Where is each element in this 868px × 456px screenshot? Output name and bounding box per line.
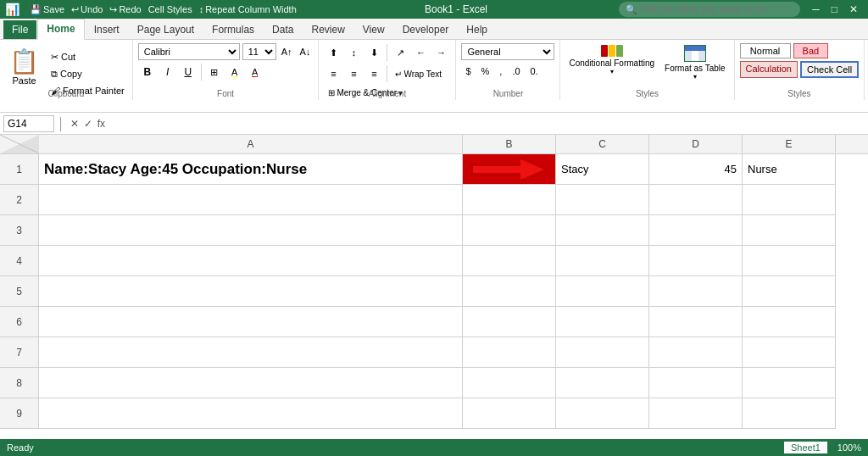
indent-decrease-button[interactable]: ← xyxy=(411,43,430,62)
align-bottom-button[interactable]: ⬇ xyxy=(364,43,383,62)
cell-d4[interactable] xyxy=(649,246,743,276)
accounting-format-button[interactable]: $ xyxy=(461,62,475,81)
font-name-select[interactable]: Calibri xyxy=(138,43,240,60)
borders-button[interactable]: ⊞ xyxy=(205,63,224,81)
maximize-button[interactable]: □ xyxy=(826,2,843,17)
style-calculation-button[interactable]: Calculation xyxy=(740,61,798,78)
tab-file[interactable]: File xyxy=(3,20,36,39)
row-header-5[interactable]: 5 xyxy=(0,276,39,307)
tab-formulas[interactable]: Formulas xyxy=(203,20,263,39)
wrap-text-button[interactable]: ↵ Wrap Text xyxy=(391,67,446,81)
underline-button[interactable]: U xyxy=(179,63,198,81)
style-check-cell-button[interactable]: Check Cell xyxy=(800,61,859,78)
cell-e4[interactable] xyxy=(743,246,836,276)
indent-increase-button[interactable]: → xyxy=(431,43,450,62)
cell-a4[interactable] xyxy=(39,246,463,276)
tab-help[interactable]: Help xyxy=(458,20,496,39)
cell-b4[interactable] xyxy=(463,246,556,276)
cell-c5[interactable] xyxy=(556,276,649,307)
cell-a3[interactable] xyxy=(39,215,463,246)
text-direction-button[interactable]: ↗ xyxy=(391,43,409,62)
col-header-b[interactable]: B xyxy=(463,135,556,153)
row-header-9[interactable]: 9 xyxy=(0,398,39,429)
tab-insert[interactable]: Insert xyxy=(86,20,128,39)
row-header-2[interactable]: 2 xyxy=(0,185,39,215)
number-format-select[interactable]: General xyxy=(461,43,554,60)
cell-e3[interactable] xyxy=(743,215,836,246)
font-size-select[interactable]: 11 xyxy=(242,43,276,60)
cell-d9[interactable] xyxy=(649,398,743,429)
style-bad-button[interactable]: Bad xyxy=(793,43,829,58)
cell-e6[interactable] xyxy=(743,307,836,337)
cell-c7[interactable] xyxy=(556,337,649,368)
cell-a2[interactable] xyxy=(39,185,463,215)
italic-button[interactable]: I xyxy=(159,63,177,81)
cell-a8[interactable] xyxy=(39,368,463,398)
align-middle-button[interactable]: ↕ xyxy=(344,43,363,62)
align-top-button[interactable]: ⬆ xyxy=(324,43,342,62)
cell-c6[interactable] xyxy=(556,307,649,337)
tab-page-layout[interactable]: Page Layout xyxy=(129,20,203,39)
col-header-a[interactable]: A xyxy=(39,135,463,153)
tell-me-search[interactable]: 🔍 xyxy=(619,2,800,17)
copy-button[interactable]: ⧉ Copy xyxy=(47,66,129,82)
cell-c8[interactable] xyxy=(556,368,649,398)
cell-d1[interactable]: 45 xyxy=(649,154,743,185)
col-header-e[interactable]: E xyxy=(743,135,836,153)
cell-b6[interactable] xyxy=(463,307,556,337)
cell-d5[interactable] xyxy=(649,276,743,307)
redo-button[interactable]: ↪ Redo xyxy=(106,3,144,17)
tab-developer[interactable]: Developer xyxy=(394,20,458,39)
cell-e2[interactable] xyxy=(743,185,836,215)
fill-color-button[interactable]: A xyxy=(225,63,244,81)
row-header-3[interactable]: 3 xyxy=(0,215,39,246)
formula-input[interactable] xyxy=(110,116,865,131)
row-header-1[interactable]: 1 xyxy=(0,154,39,185)
tab-review[interactable]: Review xyxy=(303,20,353,39)
cell-e1[interactable]: Nurse xyxy=(743,154,836,185)
increase-decimal-button[interactable]: 0. xyxy=(526,62,542,81)
close-button[interactable]: ✕ xyxy=(844,2,863,17)
cell-c4[interactable] xyxy=(556,246,649,276)
percent-button[interactable]: % xyxy=(477,62,494,81)
cell-d3[interactable] xyxy=(649,215,743,246)
style-normal-button[interactable]: Normal xyxy=(740,43,791,58)
row-header-6[interactable]: 6 xyxy=(0,307,39,337)
cell-e5[interactable] xyxy=(743,276,836,307)
cell-e9[interactable] xyxy=(743,398,836,429)
decrease-font-button[interactable]: A↓ xyxy=(298,45,314,58)
cell-c9[interactable] xyxy=(556,398,649,429)
cell-b3[interactable] xyxy=(463,215,556,246)
cell-a9[interactable] xyxy=(39,398,463,429)
cell-a7[interactable] xyxy=(39,337,463,368)
repeat-col-button[interactable]: ↕ Repeat Column Width xyxy=(196,3,300,16)
cell-a6[interactable] xyxy=(39,307,463,337)
cell-c2[interactable] xyxy=(556,185,649,215)
cell-b7[interactable] xyxy=(463,337,556,368)
cell-d8[interactable] xyxy=(649,368,743,398)
cell-b8[interactable] xyxy=(463,368,556,398)
cell-c1[interactable]: Stacy xyxy=(556,154,649,185)
sheet-tab[interactable]: Sheet1 xyxy=(784,442,827,453)
comma-button[interactable]: , xyxy=(495,62,506,81)
cancel-formula-button[interactable]: ✕ xyxy=(69,116,81,131)
cell-b5[interactable] xyxy=(463,276,556,307)
cell-b2[interactable] xyxy=(463,185,556,215)
col-header-d[interactable]: D xyxy=(649,135,743,153)
row-header-4[interactable]: 4 xyxy=(0,246,39,276)
cell-a1[interactable]: Name:Stacy Age:45 Occupation:Nurse xyxy=(39,154,463,185)
cell-e7[interactable] xyxy=(743,337,836,368)
cell-styles-button[interactable]: Cell Styles xyxy=(145,3,196,16)
row-header-8[interactable]: 8 xyxy=(0,368,39,398)
cell-b1[interactable] xyxy=(463,154,556,185)
cell-d7[interactable] xyxy=(649,337,743,368)
font-color-button[interactable]: A xyxy=(246,63,264,81)
tab-home[interactable]: Home xyxy=(37,19,84,40)
row-header-7[interactable]: 7 xyxy=(0,337,39,368)
cell-e8[interactable] xyxy=(743,368,836,398)
align-center-button[interactable]: ≡ xyxy=(344,64,363,83)
search-input[interactable] xyxy=(641,3,793,15)
tab-data[interactable]: Data xyxy=(264,20,302,39)
cell-c3[interactable] xyxy=(556,215,649,246)
undo-button[interactable]: ↩ Undo xyxy=(68,3,106,17)
